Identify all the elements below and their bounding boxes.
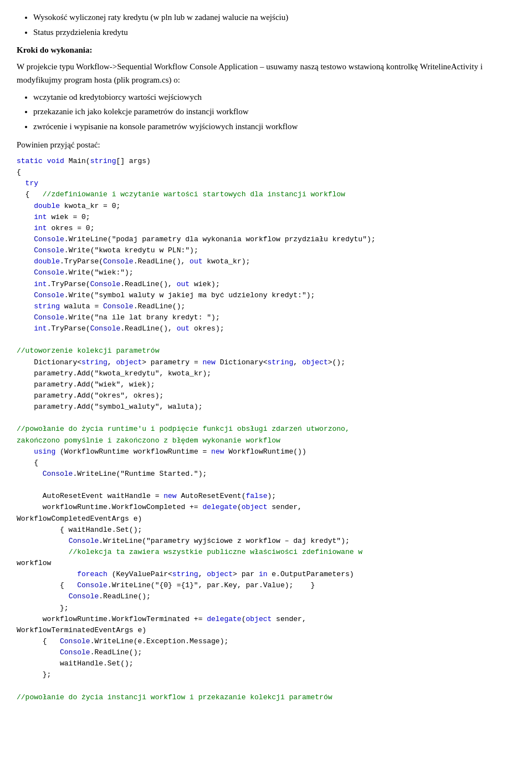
top-bullet-list: Wysokość wyliczonej raty kredytu (w pln … [33,11,515,38]
intro-heading: Kroki do wykonania: [17,44,515,57]
before-code-text: Powinien przyjąć postać: [17,138,515,151]
bullet-middle-3: zwrócenie i wypisanie na konsole paramet… [33,120,515,133]
middle-bullet-list: wczytanie od kredytobiorcy wartości wejś… [33,91,515,133]
bullet-middle-2: przekazanie ich jako kolekcje parametrów… [33,105,515,118]
bullet-middle-1: wczytanie od kredytobiorcy wartości wejś… [33,91,515,104]
intro-text: W projekcie typu Workflow->Sequential Wo… [17,60,515,87]
bullet-item-1: Wysokość wyliczonej raty kredytu (w pln … [33,11,515,24]
bullet-item-2: Status przydzielenia kredytu [33,26,515,39]
code-block: static void Main(string[] args) { try { … [17,156,515,703]
